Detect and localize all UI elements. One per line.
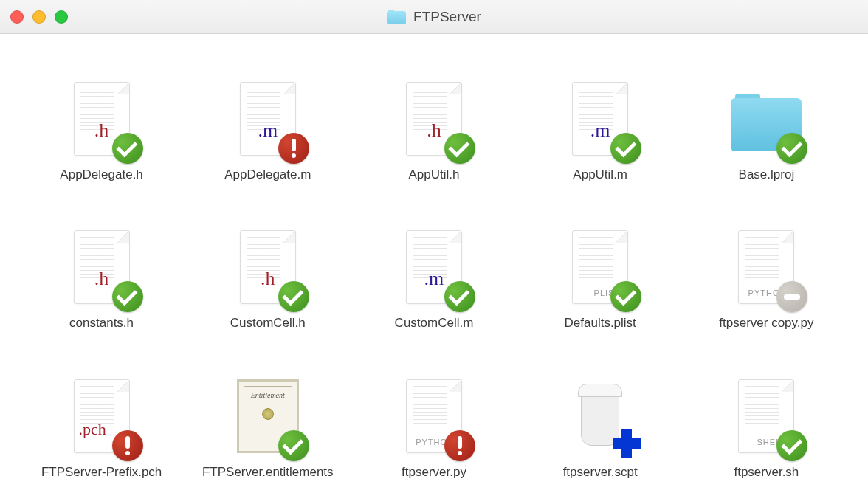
file-name-label: ftpserver copy.py (719, 315, 813, 331)
status-synced-icon (112, 133, 143, 164)
file-item[interactable]: PYTHONftpserver.py (368, 376, 500, 480)
file-item[interactable]: .mAppUtil.m (534, 78, 666, 182)
file-item[interactable]: Base.lproj (700, 78, 833, 182)
file-name-label: ftpserver.py (402, 464, 466, 480)
file-icon (729, 78, 803, 159)
status-synced-icon (776, 133, 807, 164)
status-modified-icon (444, 430, 475, 461)
file-icon: PYTHON (397, 376, 471, 457)
file-name-label: CustomCell.h (230, 315, 306, 331)
file-icon: PLIST (563, 227, 637, 308)
status-synced-icon (278, 281, 309, 312)
file-icon (563, 376, 637, 457)
minimize-button[interactable] (32, 10, 46, 24)
file-item[interactable]: .mCustomCell.m (368, 227, 500, 331)
file-item[interactable]: ftpserver.scpt (534, 376, 666, 480)
status-synced-icon (610, 133, 641, 164)
file-icon: .h (65, 78, 139, 159)
entitlements-label: Entitlement (251, 391, 285, 399)
file-name-label: AppUtil.m (573, 167, 627, 182)
file-name-label: FTPServer-Prefix.pch (41, 464, 162, 480)
status-modified-icon (278, 133, 309, 164)
file-name-label: AppDelegate.m (224, 167, 311, 182)
file-name-label: Base.lproj (739, 167, 795, 182)
file-item[interactable]: PLISTDefaults.plist (534, 227, 666, 331)
file-name-label: constants.h (69, 315, 134, 331)
file-icon: .pch (65, 376, 139, 457)
status-synced-icon (444, 133, 475, 164)
file-name-label: AppDelegate.h (60, 167, 142, 182)
status-ignored-icon (776, 281, 807, 312)
folder-icon (387, 10, 406, 24)
window-titlebar: FTPServer (0, 0, 868, 34)
file-item[interactable]: .hAppDelegate.h (35, 78, 168, 182)
file-icon: SHELL (729, 376, 803, 457)
file-icon: Entitlement (231, 376, 305, 457)
file-name-label: AppUtil.h (408, 167, 459, 182)
file-name-label: FTPServer.entitlements (202, 464, 334, 480)
file-item[interactable]: EntitlementFTPServer.entitlements (202, 376, 334, 480)
status-synced-icon (444, 281, 475, 312)
file-item[interactable]: .hconstants.h (35, 227, 168, 331)
file-item[interactable]: SHELLftpserver.sh (700, 376, 833, 480)
status-modified-icon (112, 430, 143, 461)
file-name-label: ftpserver.sh (734, 464, 799, 480)
status-added-icon (609, 426, 644, 461)
file-item[interactable]: PYTHONftpserver copy.py (700, 227, 833, 331)
file-icon: .h (65, 227, 139, 308)
file-item[interactable]: .hAppUtil.h (368, 78, 500, 182)
traffic-lights (10, 10, 68, 24)
file-item[interactable]: .hCustomCell.h (202, 227, 334, 331)
status-synced-icon (278, 430, 309, 461)
file-icon: .h (231, 227, 305, 308)
file-icon: PYTHON (729, 227, 803, 308)
window-title-group: FTPServer (387, 9, 481, 25)
file-icon: .m (563, 78, 637, 159)
file-name-label: Defaults.plist (565, 315, 636, 331)
status-synced-icon (112, 281, 143, 312)
file-icon: .m (397, 227, 471, 308)
file-name-label: ftpserver.scpt (563, 464, 638, 480)
window-title: FTPServer (413, 9, 481, 25)
file-icon: .h (397, 78, 471, 159)
status-synced-icon (776, 430, 807, 461)
status-synced-icon (610, 281, 641, 312)
file-name-label: CustomCell.m (395, 315, 474, 331)
file-ext-label: .pch (79, 420, 106, 439)
file-grid: .hAppDelegate.h.mAppDelegate.m.hAppUtil.… (0, 34, 868, 490)
file-item[interactable]: .pchFTPServer-Prefix.pch (35, 376, 168, 480)
file-item[interactable]: .mAppDelegate.m (202, 78, 334, 182)
file-icon: .m (231, 78, 305, 159)
zoom-button[interactable] (55, 10, 68, 24)
close-button[interactable] (10, 10, 24, 24)
